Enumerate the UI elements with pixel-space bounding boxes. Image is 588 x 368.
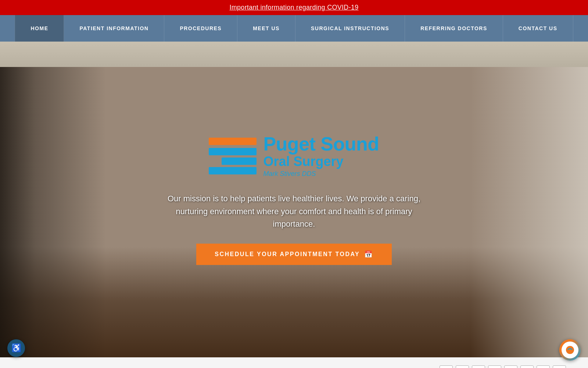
covid-link[interactable]: Important information regarding COVID-19 — [229, 4, 358, 11]
nav-item-meet-us[interactable]: MEET US — [237, 15, 295, 42]
logo-subtitle: Oral Surgery — [263, 154, 379, 169]
youtube-button[interactable]: ▶ — [553, 365, 566, 368]
logo-text: Puget Sound Oral Surgery Mark Stivers DD… — [263, 134, 379, 178]
chatbot-icon — [562, 342, 578, 358]
google-button[interactable]: G — [440, 365, 453, 368]
logo-container: Puget Sound Oral Surgery Mark Stivers DD… — [162, 134, 426, 178]
tumblr-button[interactable]: t — [520, 365, 534, 368]
accessibility-icon: ♿ — [11, 343, 21, 353]
yelp-button[interactable]: y — [488, 365, 501, 368]
mission-text: Our mission is to help patients live hea… — [162, 192, 426, 230]
logo-blue-bars — [209, 148, 257, 174]
covid-banner: Important information regarding COVID-19 — [0, 0, 588, 15]
instagram-button[interactable]: 📷 — [504, 365, 517, 368]
logo-orange-bar — [209, 138, 257, 145]
logo-icon — [209, 138, 257, 174]
logo-blue-bar-wide2 — [209, 167, 257, 174]
calendar-icon: 📅 — [364, 250, 373, 258]
schedule-appointment-button[interactable]: SCHEDULE YOUR APPOINTMENT TODAY 📅 — [196, 244, 391, 265]
footer: Call Us Today! 📞 206-624-8445 1229 Madis… — [0, 357, 588, 368]
nav-item-contact-us[interactable]: CONTACT US — [503, 15, 573, 42]
logo-blue-bar-wide — [209, 148, 257, 155]
nav-item-referring-doctors[interactable]: REFERRING DOCTORS — [405, 15, 503, 42]
nav-item-home[interactable]: HOME — [15, 15, 64, 42]
logo-doctor: Mark Stivers DDS — [263, 170, 379, 178]
main-nav: HOME PATIENT INFORMATION PROCEDURES MEET… — [0, 15, 588, 42]
cta-label: SCHEDULE YOUR APPOINTMENT TODAY — [215, 251, 360, 258]
pinterest-button[interactable]: P — [537, 365, 550, 368]
accessibility-button[interactable]: ♿ — [7, 339, 25, 357]
hero-content: Puget Sound Oral Surgery Mark Stivers DD… — [147, 134, 441, 265]
social-links: G f t y 📷 t P ▶ — [440, 365, 566, 368]
svg-point-0 — [566, 346, 574, 354]
facebook-button[interactable]: f — [456, 365, 469, 368]
nav-item-surgical-instructions[interactable]: SURGICAL INSTRUCTIONS — [295, 15, 405, 42]
hero-section: Puget Sound Oral Surgery Mark Stivers DD… — [0, 42, 588, 357]
logo-name: Puget Sound — [263, 134, 379, 154]
nav-item-procedures[interactable]: PROCEDURES — [164, 15, 237, 42]
twitter-button[interactable]: t — [472, 365, 485, 368]
nav-item-patient-information[interactable]: PATIENT INFORMATION — [64, 15, 164, 42]
logo-blue-bar-narrow — [222, 158, 257, 165]
chatbot-button[interactable] — [559, 339, 581, 361]
